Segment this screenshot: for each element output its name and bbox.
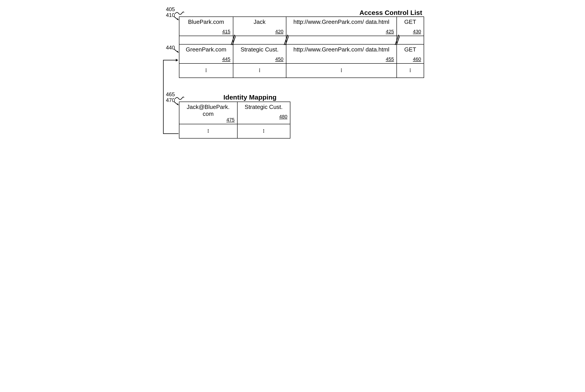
cell-text: Strategic Cust. xyxy=(240,46,279,53)
acl-principal-cell: Jack 420 xyxy=(234,17,286,36)
cell-ref: 450 xyxy=(275,56,283,62)
arrow-icon xyxy=(174,101,179,107)
arrow-icon xyxy=(174,16,179,22)
cell-text: GET xyxy=(404,18,416,25)
acl-action-cell: GET 460 xyxy=(397,45,423,63)
cell-text: BluePark.com xyxy=(188,18,224,25)
acl-title: Access Control List xyxy=(179,9,422,16)
identity-mapping-title: Identity Mapping xyxy=(224,94,290,101)
acl-principal-cell: Strategic Cust. 450 xyxy=(234,45,286,63)
acl-resource-cell: http://www.GreenPark.com/ data.html 455 xyxy=(287,45,396,63)
acl-table: BluePark.com 415 Jack 420 http://www.Gre… xyxy=(179,16,424,78)
identity-cell: Jack@BluePark. com 475 xyxy=(180,102,237,124)
identity-mapping-block: Identity Mapping 465 470 Jack@BluePark. … xyxy=(179,94,290,138)
cell-ref: 460 xyxy=(413,56,421,62)
cell-text: GET xyxy=(404,46,416,53)
table-ellipsis-row: ■■■ ■■■ ■■■ ■■■ xyxy=(179,64,424,78)
table-ellipsis-row: ■■■ ■■■ xyxy=(179,124,290,138)
cell-text: http://www.GreenPark.com/ data.html xyxy=(293,46,389,53)
table-row: GreenPark.com 445 Strategic Cust. 450 ht… xyxy=(179,44,424,64)
vdots-icon: ■■■ xyxy=(287,64,396,77)
squiggle-icon xyxy=(175,96,184,100)
table-row: BluePark.com 415 Jack 420 http://www.Gre… xyxy=(179,17,424,36)
cell-text: http://www.GreenPark.com/ data.html xyxy=(293,18,389,25)
svg-line-5 xyxy=(396,35,400,45)
acl-ref-405: 405 xyxy=(166,6,175,12)
diagram-canvas: Access Control List 405 410 440 BluePark… xyxy=(159,9,426,138)
acl-domain-cell: GreenPark.com 445 xyxy=(180,45,233,63)
identity-mapping-table: Jack@BluePark. com 475 Strategic Cust. 4… xyxy=(179,102,290,138)
acl-domain-cell: BluePark.com 415 xyxy=(180,17,233,36)
im-ref-465: 465 xyxy=(166,91,175,98)
cell-ref: 425 xyxy=(386,29,394,34)
acl-action-cell: GET 430 xyxy=(397,17,423,36)
cell-ref: 475 xyxy=(226,117,235,123)
cell-ref: 480 xyxy=(279,114,287,120)
arrow-icon xyxy=(174,48,179,54)
vdots-icon: ■■■ xyxy=(238,124,290,138)
vdots-icon: ■■■ xyxy=(180,64,233,77)
table-break-row xyxy=(179,36,424,44)
squiggle-icon xyxy=(175,11,184,15)
table-row: Jack@BluePark. com 475 Strategic Cust. 4… xyxy=(179,102,290,124)
mapsto-cell: Strategic Cust. 480 xyxy=(238,102,290,120)
vdots-icon: ■■■ xyxy=(397,64,423,77)
cell-text: Jack xyxy=(254,18,265,25)
cell-ref: 455 xyxy=(386,56,394,62)
cell-text: Strategic Cust. xyxy=(245,104,283,110)
vdots-icon: ■■■ xyxy=(180,124,237,138)
cell-text: Jack@BluePark. com xyxy=(187,104,230,117)
vdots-icon: ■■■ xyxy=(234,64,286,77)
cell-ref: 430 xyxy=(413,29,421,34)
acl-block: Access Control List 405 410 440 BluePark… xyxy=(179,9,424,78)
cell-text: GreenPark.com xyxy=(186,46,226,53)
acl-resource-cell: http://www.GreenPark.com/ data.html 425 xyxy=(287,17,396,36)
cell-ref: 415 xyxy=(222,29,230,34)
cell-ref: 445 xyxy=(222,56,230,62)
cell-ref: 420 xyxy=(275,29,283,34)
